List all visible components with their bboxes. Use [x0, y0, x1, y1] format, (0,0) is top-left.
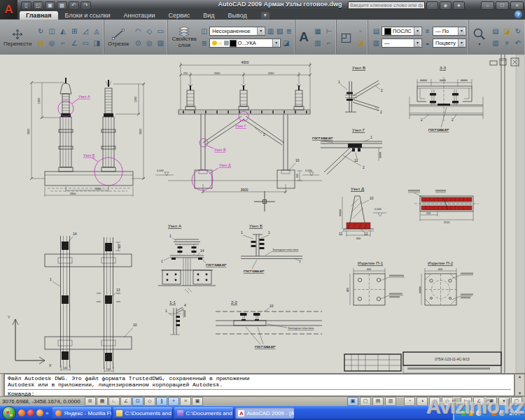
tray-device-icon[interactable] — [499, 410, 505, 416]
zoom-button[interactable]: ▾ — [471, 27, 488, 48]
table-icon[interactable]: ▦ — [313, 26, 323, 36]
otrack-toggle[interactable]: ◇ — [144, 397, 155, 406]
rectangle-icon[interactable]: ▭ — [155, 26, 165, 36]
redo-icon[interactable]: ↷ — [80, 1, 91, 10]
status-menu-icon[interactable]: ▾ — [498, 397, 510, 406]
copy-clip-icon[interactable]: ▥ — [491, 38, 500, 48]
quickcalc-icon[interactable]: ↶ — [513, 38, 523, 48]
quicklaunch-media-icon[interactable] — [36, 410, 43, 416]
tab-vid[interactable]: Вид — [197, 11, 220, 20]
layer-off-icon[interactable]: ≣ — [285, 26, 293, 36]
drawing-sheet[interactable]: 3600 1800 3600 1080 1800 2900 0,000 Узел… — [0, 55, 525, 373]
tab-bloki[interactable]: Блоки и ссылки — [59, 11, 117, 20]
explode-icon[interactable]: ◬ — [92, 26, 102, 36]
annotation-scale-icon[interactable]: ⊢ — [461, 397, 472, 406]
quick-view-layouts-icon[interactable]: ▤ — [372, 397, 384, 406]
measure-icon[interactable]: ↻ — [513, 26, 523, 36]
offset-icon[interactable]: ◎ — [47, 38, 57, 48]
new-icon[interactable]: ▯ — [21, 1, 31, 10]
command-history[interactable]: Файл Autodesk DWG. Это файл формата Trus… — [4, 374, 514, 396]
join-icon[interactable]: ◨ — [92, 38, 102, 48]
layer-state-dropdown[interactable]: Несохраненное ▾ — [209, 27, 265, 36]
layer-dropdown[interactable]: ☼ О...УКА ▾ — [209, 38, 281, 48]
undo-icon[interactable]: ↶ — [69, 1, 79, 10]
quicklaunch-firefox-icon[interactable] — [18, 410, 25, 416]
list-icon[interactable]: ▥ — [372, 38, 380, 48]
plot-icon[interactable]: ▦ — [57, 1, 67, 10]
callout-uzel-a[interactable]: Узел А — [78, 94, 90, 99]
lwt-toggle[interactable]: ≡ — [180, 397, 191, 406]
ducs-toggle[interactable]: ∥ — [156, 397, 167, 406]
layer-sun-icon[interactable]: ☼ — [218, 40, 223, 46]
steering-wheel-icon[interactable]: ⊕ — [429, 397, 440, 406]
showmotion-icon[interactable]: ◇ — [442, 397, 453, 406]
rotate-icon[interactable]: ↻ — [36, 26, 46, 36]
tray-update-icon[interactable] — [468, 410, 474, 416]
layer-on-icon[interactable] — [212, 41, 217, 46]
stretch-icon[interactable]: ∠ — [69, 38, 79, 48]
edit-attribute-icon[interactable]: ◪ — [356, 38, 365, 48]
dropdown-arrow-icon[interactable]: ▾ — [458, 39, 465, 47]
tab-vyvod[interactable]: Вывод — [222, 11, 253, 20]
start-button[interactable] — [2, 406, 16, 420]
quicklaunch-chevron-icon[interactable]: » — [46, 410, 48, 416]
layer-states-icon[interactable]: ◫ — [200, 26, 208, 36]
open-icon[interactable]: ◱ — [33, 1, 43, 10]
dropdown-arrow-icon[interactable]: ▾ — [414, 27, 421, 35]
plotstyle-dropdown[interactable]: Поцвету ▾ — [433, 38, 466, 48]
quick-view-drawings-icon[interactable]: ▥ — [385, 397, 396, 406]
tab-annotacii[interactable]: Аннотации — [117, 11, 161, 20]
copy-icon[interactable]: ◫ — [47, 26, 57, 36]
layer-properties-button[interactable]: Свойства слоя — [170, 26, 198, 48]
ellipse-icon[interactable]: ◎ — [144, 38, 154, 48]
callout-uzel-v[interactable]: Узел В — [214, 148, 226, 152]
annotation-visibility-icon[interactable]: ∠ — [473, 397, 484, 406]
tray-antivirus-icon[interactable] — [491, 410, 497, 416]
search-icon[interactable]: ◌ — [426, 1, 438, 10]
minimize-button[interactable]: – — [481, 1, 494, 10]
scale-icon[interactable]: ▭ — [80, 38, 90, 48]
layer-freeze-icon[interactable]: ▧ — [276, 26, 284, 36]
callout-uzel-g[interactable]: Узел Г — [235, 124, 246, 128]
circle-icon[interactable]: ⊙ — [133, 38, 143, 48]
hatch-icon[interactable]: ▨ — [155, 38, 165, 48]
taskbar-button-firefox[interactable]: Яндекс - Mozilla Firefox — [52, 407, 111, 419]
pan-icon[interactable]: ◔ — [404, 397, 415, 406]
plotstyle-icon[interactable]: ◒ — [424, 38, 431, 48]
multileader-icon[interactable]: ⌐ — [324, 38, 334, 48]
dyn-toggle[interactable]: + — [168, 397, 179, 406]
quicklaunch-app-icon[interactable] — [27, 410, 34, 416]
dropdown-arrow-icon[interactable]: ▾ — [272, 39, 279, 47]
close-button[interactable]: × — [510, 1, 524, 10]
match-properties-icon[interactable]: ▤ — [372, 26, 380, 36]
scroll-down-icon[interactable]: ▼ — [518, 391, 522, 396]
color-dropdown[interactable]: ПОСЛС ▾ — [382, 27, 422, 36]
ortho-toggle[interactable]: ∟ — [108, 397, 120, 406]
osnap-toggle[interactable]: ⊡ — [132, 397, 144, 406]
cut-icon[interactable]: × — [502, 38, 512, 48]
linetype-dropdown[interactable]: — ▾ — [382, 38, 422, 48]
taskbar-button-explorer-2[interactable]: C:\Documents and Sett... — [174, 407, 233, 419]
coordinates-readout[interactable]: 3076.6988, -3458.1674, 0.0000 — [2, 398, 85, 405]
help-icon[interactable]: ? — [514, 10, 522, 18]
dropdown-arrow-icon[interactable]: ▾ — [414, 39, 421, 47]
taskbar-button-autocad[interactable]: A AutoCAD 2009 - [Арм... — [235, 407, 294, 419]
layer-color-swatch[interactable] — [230, 40, 237, 47]
zoom-flyout-arrow-icon[interactable]: ▾ — [479, 41, 481, 48]
tray-network-icon[interactable] — [484, 410, 489, 416]
taskbar-button-explorer-1[interactable]: C:\Documents and Sett... — [113, 407, 172, 419]
line-button[interactable]: Отрезок — [106, 28, 130, 47]
save-icon[interactable]: ▣ — [45, 1, 55, 10]
maximize-button[interactable]: □ — [496, 1, 509, 10]
paste-icon[interactable]: ▤ — [491, 26, 500, 36]
ribbon-minimize-icon[interactable]: ▾ — [261, 12, 270, 19]
polar-toggle[interactable]: ∠ — [120, 397, 132, 406]
tray-shield-icon[interactable] — [461, 410, 466, 416]
favorites-icon[interactable]: ★ — [453, 1, 465, 10]
trim-icon[interactable]: ⌐ — [58, 38, 68, 48]
tray-volume-icon[interactable] — [476, 410, 482, 416]
create-block-icon[interactable]: ▫ — [356, 26, 365, 36]
callout-uzel-d[interactable]: Узел Д — [219, 163, 231, 167]
snap-toggle[interactable]: ⊞ — [85, 397, 96, 406]
polygon-icon[interactable]: ◇ — [144, 26, 154, 36]
